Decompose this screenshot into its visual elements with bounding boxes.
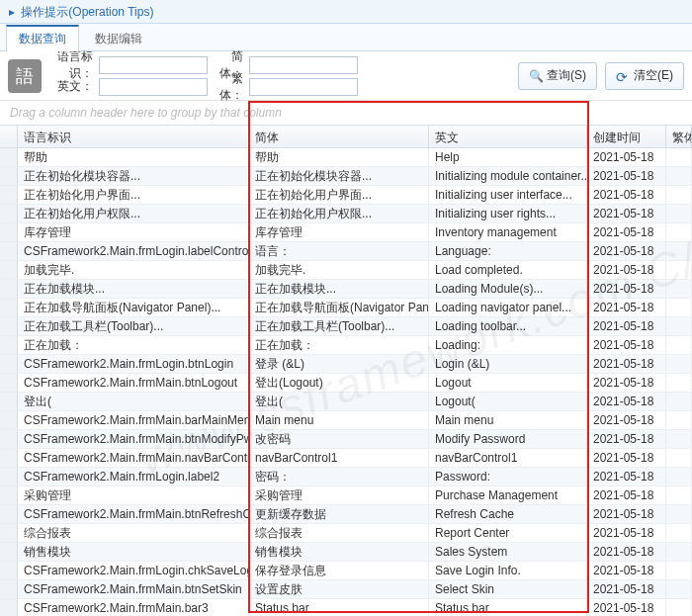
table-row[interactable]: 正在加载：正在加载：Loading:2021-05-18 xyxy=(0,336,692,355)
col-traditional[interactable]: 繁体 xyxy=(666,126,692,147)
table-row[interactable]: CSFramework2.Main.frmMain.btnSetSkin设置皮肤… xyxy=(0,580,692,599)
cell-create-time: 2021-05-18 xyxy=(587,205,666,223)
table-row[interactable]: 正在初始化用户界面...正在初始化用户界面...Initializing use… xyxy=(0,186,692,205)
cell-simplified: 正在初始化用户界面... xyxy=(249,186,429,205)
cell-traditional xyxy=(666,543,692,562)
row-indicator xyxy=(0,261,18,280)
cell-traditional xyxy=(666,393,692,411)
col-english[interactable]: 英文 xyxy=(429,126,587,147)
table-row[interactable]: CSFramework2.Main.frmMain.navBarControl1… xyxy=(0,449,692,468)
table-row[interactable]: CSFramework2.Main.frmMain.btnModifyPwd改密… xyxy=(0,430,692,449)
grid-body[interactable]: 帮助帮助Help2021-05-18正在初始化模块容器...正在初始化模块容器.… xyxy=(0,148,692,616)
operation-tips-bar[interactable]: ▸ 操作提示(Operation Tips) xyxy=(0,0,692,24)
clear-button-label: 清空(E) xyxy=(634,67,673,84)
cell-traditional xyxy=(666,580,692,599)
cell-language-id: 正在加载模块... xyxy=(18,280,249,299)
cell-create-time: 2021-05-18 xyxy=(587,562,666,580)
cell-english: navBarControl1 xyxy=(429,449,587,468)
row-indicator xyxy=(0,524,18,543)
col-language-id[interactable]: 语言标识 xyxy=(18,126,249,147)
cell-create-time: 2021-05-18 xyxy=(587,242,666,261)
cell-english: Status bar xyxy=(429,599,587,616)
cell-traditional xyxy=(666,148,692,167)
cell-simplified: 设置皮肤 xyxy=(249,580,429,599)
col-create-time[interactable]: 创建时间 xyxy=(587,126,666,147)
cell-english: Inventory management xyxy=(429,223,587,242)
cell-traditional xyxy=(666,336,692,355)
cell-simplified: 帮助 xyxy=(249,148,429,167)
input-simplified[interactable] xyxy=(249,56,358,74)
cell-create-time: 2021-05-18 xyxy=(587,355,666,374)
cell-traditional xyxy=(666,261,692,280)
cell-english: Select Skin xyxy=(429,580,587,599)
col-simplified[interactable]: 简体 xyxy=(249,126,429,147)
tab-data-query[interactable]: 数据查询 xyxy=(6,25,79,51)
cell-simplified: 正在加载模块... xyxy=(249,280,429,299)
cell-english: Report Center xyxy=(429,524,587,543)
table-row[interactable]: 采购管理采购管理Purchase Management2021-05-18 xyxy=(0,486,692,505)
cell-simplified: 更新缓存数据 xyxy=(249,505,429,524)
table-row[interactable]: 正在初始化模块容器...正在初始化模块容器...Initializing mod… xyxy=(0,167,692,186)
table-row[interactable]: 登出(登出(Logout(2021-05-18 xyxy=(0,393,692,411)
cell-language-id: CSFramework2.Main.frmLogin.btnLogin xyxy=(18,355,249,374)
cell-simplified: 保存登录信息 xyxy=(249,562,429,580)
table-row[interactable]: 加载完毕.加载完毕.Load completed.2021-05-18 xyxy=(0,261,692,280)
table-row[interactable]: 正在加载导航面板(Navigator Panel)...正在加载导航面板(Nav… xyxy=(0,299,692,317)
cell-traditional xyxy=(666,205,692,223)
cell-traditional xyxy=(666,167,692,186)
table-row[interactable]: CSFramework2.Main.frmMain.btnLogout登出(Lo… xyxy=(0,374,692,393)
table-row[interactable]: CSFramework2.Main.frmMain.btnRefreshCach… xyxy=(0,505,692,524)
cell-create-time: 2021-05-18 xyxy=(587,599,666,616)
search-icon xyxy=(529,69,543,83)
row-indicator xyxy=(0,430,18,449)
input-language-id[interactable] xyxy=(99,56,208,74)
cell-language-id: 正在初始化模块容器... xyxy=(18,167,249,186)
cell-create-time: 2021-05-18 xyxy=(587,167,666,186)
cell-language-id: CSFramework2.Main.frmLogin.label2 xyxy=(18,468,249,486)
cell-language-id: CSFramework2.Main.frmMain.barMainMenu xyxy=(18,411,249,430)
cell-language-id: 正在加载： xyxy=(18,336,249,355)
cell-traditional xyxy=(666,505,692,524)
table-row[interactable]: CSFramework2.Main.frmLogin.labelControl4… xyxy=(0,242,692,261)
operation-tips-title: 操作提示(Operation Tips) xyxy=(21,5,153,19)
cell-english: Logout( xyxy=(429,393,587,411)
cell-language-id: 正在加载导航面板(Navigator Panel)... xyxy=(18,299,249,317)
cell-simplified: 销售模块 xyxy=(249,543,429,562)
table-row[interactable]: 销售模块销售模块Sales System2021-05-18 xyxy=(0,543,692,562)
cell-english: Refresh Cache xyxy=(429,505,587,524)
cell-simplified: 登出(Logout) xyxy=(249,374,429,393)
cell-create-time: 2021-05-18 xyxy=(587,223,666,242)
table-row[interactable]: 库存管理库存管理Inventory management2021-05-18 xyxy=(0,223,692,242)
table-row[interactable]: CSFramework2.Main.frmLogin.chkSaveLoginI… xyxy=(0,562,692,580)
clear-button[interactable]: 清空(E) xyxy=(605,62,684,90)
input-traditional[interactable] xyxy=(249,78,358,96)
table-row[interactable]: 正在初始化用户权限...正在初始化用户权限...Initializing use… xyxy=(0,205,692,223)
group-by-bar[interactable]: Drag a column header here to group by th… xyxy=(0,101,692,125)
cell-create-time: 2021-05-18 xyxy=(587,148,666,167)
cell-traditional xyxy=(666,374,692,393)
cell-traditional xyxy=(666,223,692,242)
row-indicator xyxy=(0,486,18,505)
row-indicator xyxy=(0,562,18,580)
cell-traditional xyxy=(666,411,692,430)
table-row[interactable]: CSFramework2.Main.frmLogin.btnLogin登录 (&… xyxy=(0,355,692,374)
table-row[interactable]: 正在加载模块...正在加载模块...Loading Module(s)...20… xyxy=(0,280,692,299)
cell-english: Logout xyxy=(429,374,587,393)
input-english[interactable] xyxy=(99,78,208,96)
table-row[interactable]: 综合报表综合报表Report Center2021-05-18 xyxy=(0,524,692,543)
table-row[interactable]: CSFramework2.Main.frmMain.barMainMenuMai… xyxy=(0,411,692,430)
table-row[interactable]: CSFramework2.Main.frmLogin.label2密码：Pass… xyxy=(0,468,692,486)
cell-create-time: 2021-05-18 xyxy=(587,486,666,505)
row-indicator xyxy=(0,186,18,205)
table-row[interactable]: CSFramework2.Main.frmMain.bar3Status bar… xyxy=(0,599,692,616)
table-row[interactable]: 正在加载工具栏(Toolbar)...正在加载工具栏(Toolbar)...Lo… xyxy=(0,317,692,336)
cell-english: Loading Module(s)... xyxy=(429,280,587,299)
cell-language-id: 销售模块 xyxy=(18,543,249,562)
label-language-id: 语言标识： xyxy=(53,48,93,82)
row-indicator xyxy=(0,599,18,616)
cell-simplified: Main menu xyxy=(249,411,429,430)
query-button[interactable]: 查询(S) xyxy=(518,62,597,90)
expand-icon[interactable]: ▸ xyxy=(6,0,18,24)
tab-data-edit[interactable]: 数据编辑 xyxy=(82,25,155,51)
table-row[interactable]: 帮助帮助Help2021-05-18 xyxy=(0,148,692,167)
